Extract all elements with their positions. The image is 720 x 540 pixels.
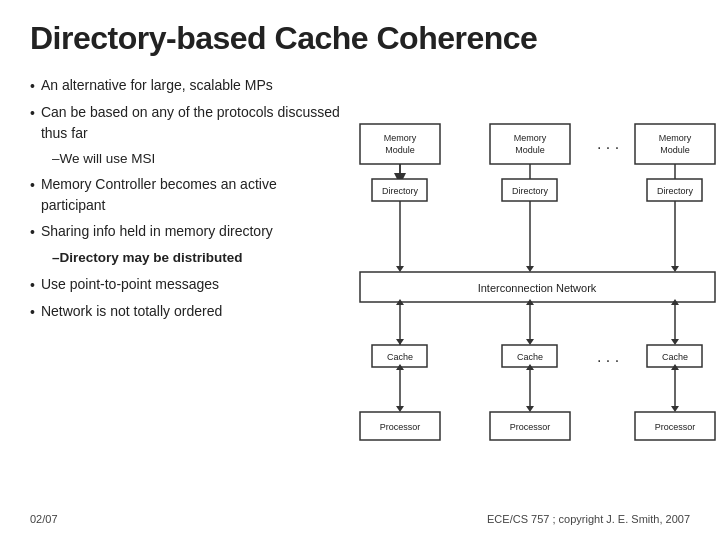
bullet-1-text: An alternative for large, scalable MPs [41,75,273,95]
svg-marker-49 [526,406,534,412]
svg-text:Cache: Cache [517,352,543,362]
svg-marker-36 [671,339,679,345]
slide-footer: 02/07 ECE/CS 757 ; copyright J. E. Smith… [30,507,690,525]
svg-text:. . .: . . . [597,348,619,365]
svg-marker-52 [671,406,679,412]
bullet-list: • An alternative for large, scalable MPs… [30,75,340,507]
bullet-1: • An alternative for large, scalable MPs [30,75,340,96]
slide-title: Directory-based Cache Coherence [30,20,690,57]
content-area: • An alternative for large, scalable MPs… [30,75,690,507]
bullet-2: • Can be based on any of the protocols d… [30,102,340,143]
bullet-marker-2: • [30,103,35,123]
svg-text:. . .: . . . [597,135,619,152]
svg-text:Directory: Directory [657,186,694,196]
svg-text:Memory: Memory [514,133,547,143]
svg-rect-0 [360,124,440,164]
bullet-4-text: Sharing info held in memory directory [41,221,273,241]
bullet-4: • Sharing info held in memory directory [30,221,340,242]
architecture-diagram: Memory Module Memory Module . . . Memory… [350,114,720,474]
svg-marker-23 [526,266,534,272]
svg-text:Interconnection Network: Interconnection Network [478,282,597,294]
svg-text:Processor: Processor [510,422,551,432]
bullet-marker-6: • [30,302,35,322]
footer-date: 02/07 [30,513,58,525]
svg-text:Memory: Memory [659,133,692,143]
bullet-marker-1: • [30,76,35,96]
bullet-marker-4: • [30,222,35,242]
svg-text:Cache: Cache [662,352,688,362]
bullet-6-text: Network is not totally ordered [41,301,222,321]
sub-item-2-text: –Directory may be distributed [52,250,243,265]
bullet-3-text: Memory Controller becomes an active part… [41,174,340,215]
svg-text:Module: Module [385,145,415,155]
svg-text:Directory: Directory [382,186,419,196]
svg-marker-46 [396,406,404,412]
bullet-marker-3: • [30,175,35,195]
bullet-5-text: Use point-to-point messages [41,274,219,294]
bullet-6: • Network is not totally ordered [30,301,340,322]
sub-item-2: –Directory may be distributed [52,248,340,268]
bullet-marker-5: • [30,275,35,295]
svg-text:Module: Module [515,145,545,155]
svg-rect-7 [635,124,715,164]
sub-item-1-text: –We will use MSI [52,151,155,166]
svg-text:Memory: Memory [384,133,417,143]
slide: Directory-based Cache Coherence • An alt… [0,0,720,540]
svg-rect-3 [490,124,570,164]
bullet-2-text: Can be based on any of the protocols dis… [41,102,340,143]
svg-marker-21 [396,266,404,272]
svg-text:Directory: Directory [512,186,549,196]
bullet-3: • Memory Controller becomes an active pa… [30,174,340,215]
svg-text:Processor: Processor [655,422,696,432]
footer-copyright: ECE/CS 757 ; copyright J. E. Smith, 2007 [487,513,690,525]
bullet-5: • Use point-to-point messages [30,274,340,295]
svg-text:Module: Module [660,145,690,155]
svg-text:Cache: Cache [387,352,413,362]
svg-text:Processor: Processor [380,422,421,432]
diagram-panel: Memory Module Memory Module . . . Memory… [350,75,720,507]
svg-marker-33 [526,339,534,345]
sub-item-1: –We will use MSI [52,149,340,169]
svg-marker-25 [671,266,679,272]
